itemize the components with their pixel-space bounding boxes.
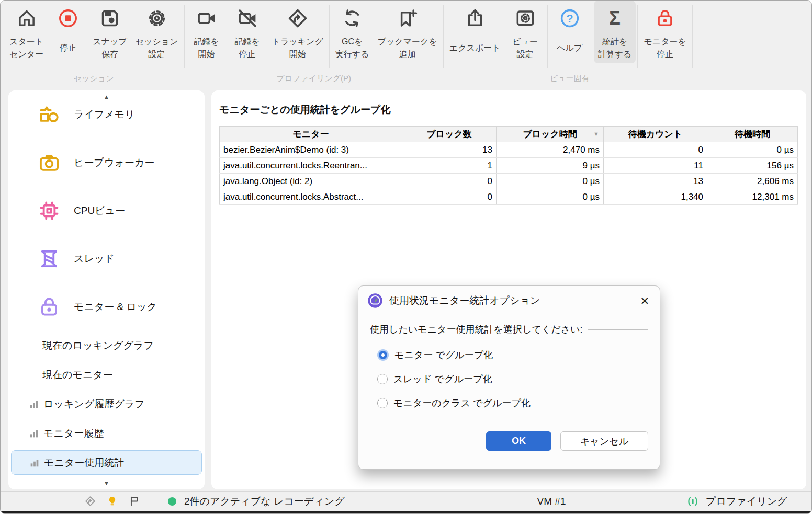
- radio-selected-icon: [377, 349, 389, 361]
- stop-recording-button[interactable]: 記録を停止: [227, 1, 268, 63]
- radio-group-by-classes-of-monitors[interactable]: モニターのクラス でグループ化: [377, 395, 660, 411]
- toolbar-separator: [637, 5, 638, 68]
- add-bookmark-button[interactable]: ブックマークを追加: [374, 1, 442, 63]
- toolbar-group-label: セッション: [5, 71, 183, 89]
- active-recordings-status[interactable]: 2件のアクティブな レコーディング: [153, 495, 389, 508]
- radio-group-by-threads[interactable]: スレッド でグループ化: [377, 371, 660, 387]
- thread-spool-icon: [37, 247, 61, 271]
- tracking-status-icon[interactable]: [84, 495, 96, 507]
- jprofiler-window: スタートセンター 停止 スナップ保存: [0, 0, 812, 514]
- view-sidebar: ▲ ライフメモリ ヒープウォーカー CPUビュー スレッド モニター & ロック…: [8, 90, 205, 489]
- video-camera-off-icon: [236, 4, 258, 33]
- help-icon: ?: [559, 4, 581, 33]
- export-icon: [464, 4, 486, 33]
- close-icon[interactable]: ✕: [640, 295, 649, 306]
- radio-unselected-icon: [377, 398, 388, 408]
- dialog-titlebar: 使用状況モニター統計オプション ✕: [358, 286, 660, 313]
- sidebar-item-heap-walker[interactable]: ヒープウォーカー: [8, 139, 205, 187]
- start-center-button[interactable]: スタートセンター: [5, 1, 48, 63]
- status-bar: 2件のアクティブな レコーディング VM #1 プロファイリング: [1, 491, 811, 511]
- vm-selector[interactable]: VM #1: [491, 496, 612, 507]
- toolbar-group-view: エクスポート ビュー設定 ? ヘルプ Σ: [445, 1, 694, 89]
- toolbar: スタートセンター 停止 スナップ保存: [5, 1, 811, 89]
- window-bottom-edge: [1, 511, 811, 513]
- page-title: モニターごとの使用統計をグループ化: [219, 103, 798, 117]
- usage-monitor-statistics-options-dialog: 使用状況モニター統計オプション ✕ 使用したいモニター使用統計を選択してください…: [358, 285, 660, 470]
- table-row[interactable]: java.lang.Object (id: 2) 0 0 µs 13 2,606…: [220, 174, 798, 189]
- sidebar-item-cpu-views[interactable]: CPUビュー: [8, 187, 205, 235]
- usage-statistics-table: モニター ブロック数 ブロック時間▼ 待機カウント 待機時間 bezier.Be…: [219, 126, 798, 205]
- profiling-icon: [686, 495, 700, 508]
- sidebar-subitem-monitor-history[interactable]: モニター履歴: [8, 419, 205, 448]
- stop-monitors-button[interactable]: モニターを停止: [639, 1, 691, 63]
- toolbar-separator: [329, 5, 330, 68]
- flag-icon[interactable]: [128, 495, 140, 507]
- bar-chart-icon: [28, 428, 40, 439]
- toolbar-group-label: プロファイリング(P): [186, 71, 442, 89]
- statusbar-separator: [389, 492, 389, 511]
- save-snapshot-icon: [99, 4, 121, 33]
- sidebar-subitem-current-monitors[interactable]: 現在のモニター: [8, 360, 205, 390]
- stop-session-button[interactable]: 停止: [48, 1, 88, 63]
- cpu-chip-icon: [37, 199, 61, 223]
- toolbar-group-session: スタートセンター 停止 スナップ保存: [5, 1, 183, 89]
- jprofiler-logo-icon: [367, 293, 383, 309]
- radio-group-by-monitors[interactable]: モニター でグループ化: [377, 347, 660, 363]
- sidebar-subitem-locking-history-graph[interactable]: ロッキング履歴グラフ: [8, 390, 205, 419]
- table-row[interactable]: java.util.concurrent.locks.Abstract... 0…: [220, 189, 798, 205]
- bar-chart-icon: [28, 398, 40, 410]
- gear-icon: [146, 4, 168, 33]
- ok-button[interactable]: OK: [486, 431, 551, 451]
- lightbulb-icon[interactable]: [106, 495, 118, 507]
- grouping-options: モニター でグループ化 スレッド でグループ化 モニターのクラス でグループ化: [358, 336, 660, 411]
- profiling-status[interactable]: プロファイリング: [672, 495, 811, 508]
- session-settings-button[interactable]: セッション設定: [131, 1, 183, 63]
- toolbar-group-label: ビュー固有: [445, 71, 694, 89]
- toolbar-separator: [443, 5, 444, 68]
- view-settings-gear-icon: [514, 4, 536, 33]
- cancel-button[interactable]: キャンセル: [560, 431, 648, 451]
- sort-desc-icon: ▼: [593, 131, 599, 137]
- sidebar-item-monitors-locks[interactable]: モニター & ロック: [8, 283, 205, 331]
- tracking-diamond-icon: [287, 4, 309, 33]
- bookmark-plus-icon: [397, 4, 419, 33]
- lock-icon: [37, 295, 61, 319]
- table-row[interactable]: java.util.concurrent.locks.Reentran... 1…: [220, 158, 798, 174]
- sidebar-subitem-current-locking-graph[interactable]: 現在のロッキンググラフ: [8, 331, 205, 360]
- save-snapshot-button[interactable]: スナップ保存: [88, 1, 131, 63]
- column-header-wait-count[interactable]: 待機カウント: [604, 127, 707, 142]
- video-camera-icon: [196, 4, 218, 33]
- bar-chart-icon: [29, 457, 40, 469]
- recording-active-dot-icon: [168, 497, 176, 506]
- column-header-wait-duration[interactable]: 待機時間: [707, 127, 798, 142]
- sidebar-subitem-monitor-usage-statistics[interactable]: モニター使用統計: [11, 450, 202, 475]
- column-header-block-count[interactable]: ブロック数: [402, 127, 497, 142]
- start-recording-button[interactable]: 記録を開始: [186, 1, 227, 63]
- toolbar-separator: [592, 5, 592, 68]
- column-header-monitor[interactable]: モニター: [220, 127, 402, 142]
- dialog-title: 使用状況モニター統計オプション: [389, 294, 540, 307]
- export-button[interactable]: エクスポート: [445, 1, 505, 63]
- run-gc-button[interactable]: GCを実行する: [331, 1, 374, 63]
- toolbar-separator: [184, 5, 185, 68]
- table-header-row: モニター ブロック数 ブロック時間▼ 待機カウント 待機時間: [220, 127, 798, 142]
- toolbar-separator: [692, 5, 693, 68]
- scroll-down-icon[interactable]: ▼: [8, 480, 205, 486]
- statusbar-separator: [612, 492, 612, 511]
- column-header-block-duration[interactable]: ブロック時間▼: [497, 127, 604, 142]
- home-icon: [16, 4, 38, 33]
- table-row[interactable]: bezier.BezierAnim$Demo (id: 3) 13 2,470 …: [220, 142, 798, 158]
- statusbar-icons: [71, 495, 153, 507]
- help-button[interactable]: ? ヘルプ: [549, 1, 590, 63]
- start-tracking-button[interactable]: トラッキング開始: [268, 1, 328, 63]
- view-settings-button[interactable]: ビュー設定: [505, 1, 546, 63]
- stop-icon: [57, 4, 79, 33]
- sigma-icon: Σ: [609, 4, 621, 33]
- scroll-up-icon[interactable]: ▲: [8, 94, 205, 100]
- sidebar-item-threads[interactable]: スレッド: [8, 235, 205, 283]
- live-memory-icon: [37, 102, 61, 127]
- calculate-statistics-button[interactable]: Σ 統計を計算する: [594, 1, 636, 63]
- toolbar-group-profiling: 記録を開始 記録を停止 トラッキング開始: [186, 1, 442, 89]
- camera-icon: [37, 151, 61, 175]
- dialog-footer: OK キャンセル: [358, 431, 660, 469]
